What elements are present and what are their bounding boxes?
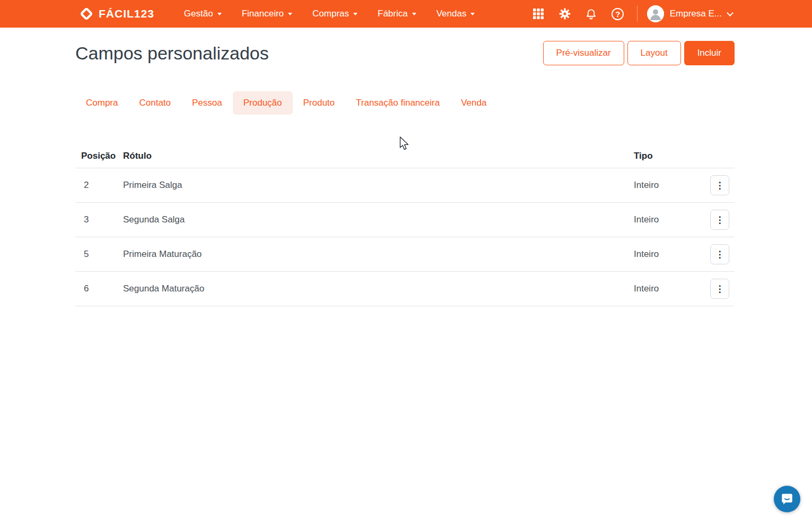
row-type: Inteiro — [629, 214, 705, 225]
nav-item-vendas[interactable]: Vendas — [430, 4, 482, 23]
kebab-icon: ⋮ — [715, 216, 724, 225]
column-header-label: Rótulo — [118, 151, 629, 161]
notifications-bell-icon[interactable] — [582, 4, 601, 23]
app-header: FÁCIL123 Gestão Financeiro Compras Fábri… — [0, 0, 812, 28]
nav-item-label: Compras — [312, 8, 349, 19]
header-right: ? Empresa E... — [529, 4, 732, 23]
table-row: 5 Primeira Maturação Inteiro ⋮ — [75, 237, 735, 272]
avatar — [647, 5, 664, 22]
main-nav: Gestão Financeiro Compras Fábrica Vendas — [178, 4, 482, 23]
chat-launcher-button[interactable] — [774, 486, 800, 512]
settings-gear-icon[interactable] — [555, 4, 574, 23]
kebab-icon: ⋮ — [715, 285, 724, 294]
help-question-glyph: ? — [612, 8, 624, 20]
chat-bubble-icon — [780, 492, 794, 506]
nav-item-gestao[interactable]: Gestão — [178, 4, 228, 23]
custom-fields-table: Posição Rótulo Tipo 2 Primeira Salga Int… — [75, 144, 735, 306]
chevron-down-icon — [217, 13, 222, 15]
page-title: Campos personalizados — [75, 43, 269, 64]
chevron-down-icon — [727, 10, 734, 16]
column-header-type: Tipo — [629, 151, 705, 161]
page-actions: Pré-visualizar Layout Incluir — [543, 41, 735, 65]
brand-diamond-icon — [78, 6, 94, 22]
row-label: Segunda Maturação — [118, 283, 629, 294]
table-row: 2 Primeira Salga Inteiro ⋮ — [75, 168, 735, 203]
entity-tabs: Compra Contato Pessoa Produção Produto T… — [75, 91, 735, 115]
row-position: 3 — [75, 214, 118, 225]
row-position: 6 — [75, 283, 118, 294]
apps-grid-icon[interactable] — [529, 4, 548, 23]
brand-logo[interactable]: FÁCIL123 — [78, 6, 154, 22]
nav-item-compras[interactable]: Compras — [306, 4, 364, 23]
row-type: Inteiro — [629, 180, 705, 191]
kebab-icon: ⋮ — [715, 250, 724, 259]
row-menu-button[interactable]: ⋮ — [710, 244, 729, 264]
row-label: Primeira Salga — [118, 180, 629, 191]
preview-button[interactable]: Pré-visualizar — [543, 41, 624, 65]
tab-transacao-financeira[interactable]: Transação financeira — [345, 91, 450, 115]
row-menu-button[interactable]: ⋮ — [710, 279, 729, 299]
tab-produto[interactable]: Produto — [293, 91, 346, 115]
kebab-icon: ⋮ — [715, 181, 724, 190]
table-row: 3 Segunda Salga Inteiro ⋮ — [75, 203, 735, 237]
row-position: 2 — [75, 180, 118, 191]
row-position: 5 — [75, 249, 118, 260]
help-icon[interactable]: ? — [608, 4, 627, 23]
nav-item-fabrica[interactable]: Fábrica — [371, 4, 423, 23]
include-button[interactable]: Incluir — [684, 41, 735, 65]
chevron-down-icon — [353, 13, 357, 15]
column-header-position: Posição — [75, 151, 118, 161]
tab-producao[interactable]: Produção — [233, 91, 293, 115]
tab-contato[interactable]: Contato — [128, 91, 181, 115]
nav-item-label: Fábrica — [378, 8, 408, 19]
table-row: 6 Segunda Maturação Inteiro ⋮ — [75, 272, 735, 306]
layout-button[interactable]: Layout — [627, 41, 681, 65]
nav-item-label: Financeiro — [242, 8, 284, 19]
nav-item-financeiro[interactable]: Financeiro — [235, 4, 299, 23]
tab-venda[interactable]: Venda — [450, 91, 497, 115]
title-row: Campos personalizados Pré-visualizar Lay… — [75, 41, 735, 65]
tab-compra[interactable]: Compra — [75, 91, 128, 115]
table-header-row: Posição Rótulo Tipo — [75, 144, 735, 168]
row-type: Inteiro — [629, 249, 705, 260]
brand-logo-text: FÁCIL123 — [99, 7, 154, 20]
nav-item-label: Gestão — [184, 8, 213, 19]
row-label: Segunda Salga — [118, 214, 629, 225]
row-menu-button[interactable]: ⋮ — [710, 210, 729, 230]
row-label: Primeira Maturação — [118, 249, 629, 260]
account-menu[interactable]: Empresa E... — [647, 5, 732, 22]
header-divider — [637, 6, 638, 22]
chevron-down-icon — [412, 13, 416, 15]
chevron-down-icon — [288, 13, 292, 15]
main-content: Campos personalizados Pré-visualizar Lay… — [0, 28, 812, 306]
account-name: Empresa E... — [670, 8, 722, 19]
tab-pessoa[interactable]: Pessoa — [181, 91, 233, 115]
nav-item-label: Vendas — [436, 8, 467, 19]
row-type: Inteiro — [629, 283, 705, 294]
row-menu-button[interactable]: ⋮ — [710, 175, 729, 195]
chevron-down-icon — [470, 13, 475, 15]
